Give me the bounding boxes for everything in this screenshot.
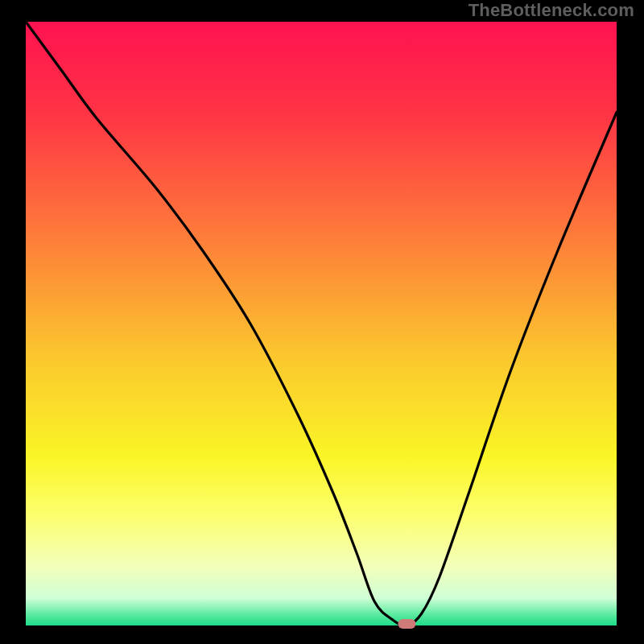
chart-frame: TheBottleneck.com	[0, 0, 644, 644]
chart-svg	[0, 0, 644, 644]
optimal-marker	[398, 619, 415, 629]
